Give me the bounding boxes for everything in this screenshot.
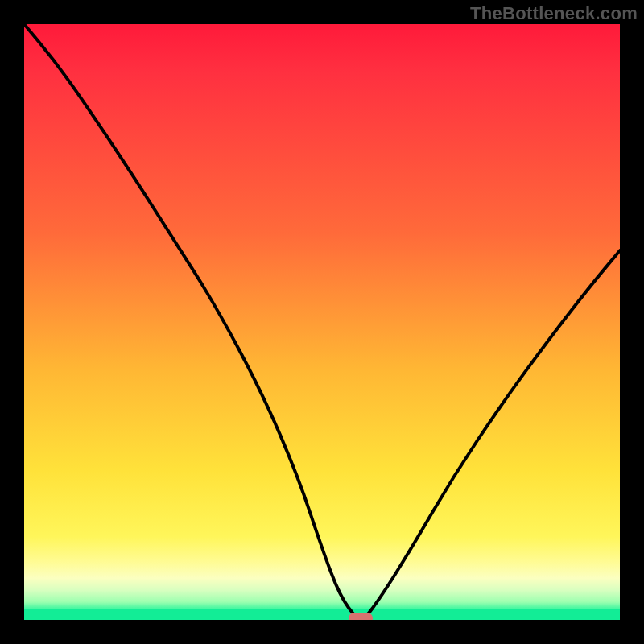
chart-frame: TheBottleneck.com (0, 0, 644, 644)
bottleneck-curve (24, 24, 620, 620)
watermark-text: TheBottleneck.com (470, 3, 638, 24)
bottleneck-marker (349, 613, 373, 620)
plot-area (24, 24, 620, 620)
